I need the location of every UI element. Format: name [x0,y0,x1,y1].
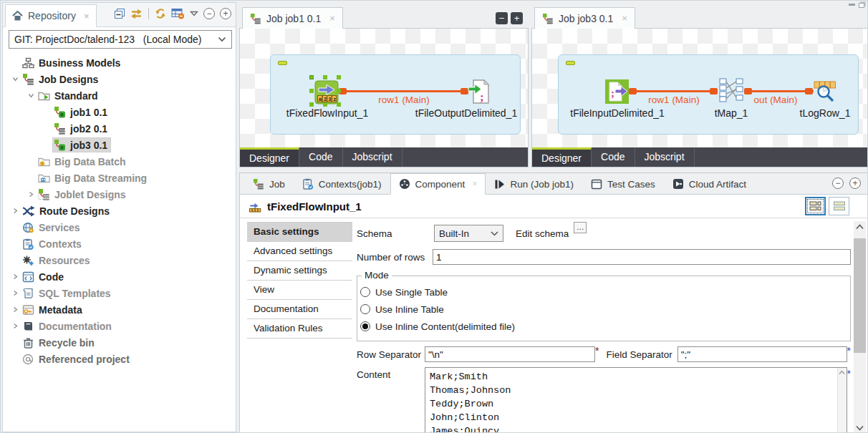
tree-item-sql-templates[interactable]: SQL Templates [3,285,235,301]
node-label[interactable]: tFileInputDelimited_1 [570,107,665,119]
scroll-up-icon[interactable] [854,224,866,230]
table-status-icon[interactable] [171,8,185,19]
menu-view[interactable]: View [247,281,352,300]
maximize-icon[interactable]: + [511,12,523,24]
tab-contexts[interactable]: Contexts(job1) [294,173,390,195]
subjob-collapse-toggle[interactable] [566,61,575,65]
minimize-icon[interactable]: − [496,12,508,24]
job3-design-canvas[interactable]: row1 (Main) out (Main) ; tFileInputDelim… [532,29,867,147]
view-tab-designer[interactable]: Designer [532,147,592,167]
tree-item-joblet-designs[interactable]: Joblet Designs [3,186,235,203]
node-tfileoutputdelimited[interactable]: ; [468,79,490,104]
tree-item-standard[interactable]: Standard [3,87,235,104]
scrollbar-thumb[interactable] [854,238,866,353]
tree-item-resources[interactable]: Resources [3,252,235,268]
chevron-right-icon[interactable] [24,191,37,198]
node-tlogrow[interactable] [814,80,836,103]
chevron-right-icon[interactable] [9,273,21,280]
connection-label[interactable]: out (Main) [754,94,798,105]
tree-item-job3[interactable]: job3 0.1 [3,137,235,153]
minimize-icon[interactable]: − [203,8,215,19]
job1-design-canvas[interactable]: row1 (Main) a23z tFixedFlowInput_1 ; tFi… [240,29,528,147]
node-label[interactable]: tMap_1 [715,107,748,119]
tree-item-big-data-streaming[interactable]: Big Data Streaming [3,170,235,186]
view-tab-jobscript[interactable]: Jobscript [343,147,402,167]
tree-item-documentation[interactable]: Documentation [3,318,235,334]
collapse-all-icon[interactable] [114,8,125,19]
sync-branches-icon[interactable] [130,9,143,19]
view-tab-designer[interactable]: Designer [240,147,299,167]
menu-basic-settings[interactable]: Basic settings [247,223,352,242]
selection-handles[interactable] [309,75,314,79]
view-menu-icon[interactable] [190,11,198,16]
tab-job-job1[interactable]: Job job1 0.1 × [242,7,343,29]
radio-icon[interactable] [360,287,370,297]
grid-layout-toggle[interactable] [805,197,826,215]
radio-use-single-table[interactable]: Use Single Table [360,283,850,301]
tree-item-referenced-project[interactable]: Referenced project [3,351,235,367]
tab-cloud-artifact[interactable]: Cloud Artifact [664,173,755,195]
tab-test-cases[interactable]: Test Cases [582,173,664,195]
edit-schema-ellipsis-button[interactable]: … [574,222,587,233]
tree-item-job1[interactable]: job1 0.1 [3,104,235,120]
tree-item-job-designs[interactable]: Job Designs [3,71,235,87]
maximize-icon[interactable]: + [220,8,231,19]
field-separator-input[interactable] [677,346,847,362]
chevron-right-icon[interactable] [9,323,21,329]
scroll-down-icon[interactable] [854,425,866,431]
radio-icon[interactable] [360,321,370,331]
chevron-down-icon[interactable] [24,92,37,99]
radio-icon[interactable] [360,304,370,314]
node-tmap[interactable] [718,77,745,103]
tab-component[interactable]: Component × [390,173,486,195]
row-separator-input[interactable] [425,346,595,362]
tab-job-job3[interactable]: Job job3 0.1 × [534,7,635,29]
tree-item-business-models[interactable]: Business Models [3,54,235,71]
close-icon[interactable]: × [329,13,335,24]
schema-select[interactable]: Built-In [434,225,503,242]
subjob-collapse-toggle[interactable] [278,61,287,65]
chevron-down-icon[interactable] [9,76,21,82]
menu-validation-rules[interactable]: Validation Rules [247,319,352,339]
node-label[interactable]: tFixedFlowInput_1 [286,107,368,119]
chevron-right-icon[interactable] [9,208,21,214]
connection-row1[interactable] [630,90,718,92]
tree-item-code[interactable]: Code [3,268,235,285]
connection-label[interactable]: row1 (Main) [648,94,699,105]
chevron-right-icon[interactable] [9,306,21,313]
refresh-icon[interactable] [155,8,166,19]
tree-item-services[interactable]: Services [3,219,235,235]
view-tab-code[interactable]: Code [592,147,635,167]
node-label[interactable]: tLogRow_1 [800,107,851,119]
tab-repository[interactable]: Repository × [5,4,97,27]
list-layout-toggle[interactable] [829,197,849,215]
content-textarea[interactable]: Mark;Smith Thomas;Johnson Teddy;Brown Jo… [425,368,847,433]
chevron-right-icon[interactable] [9,290,21,296]
menu-advanced-settings[interactable]: Advanced settings [247,242,352,261]
close-icon[interactable]: × [472,179,477,189]
connection-row1[interactable] [341,90,467,92]
minimize-icon[interactable]: − [832,177,844,189]
project-branch-selector[interactable]: GIT: ProjectDoc/talend-123 (Local Mode) [9,30,232,49]
maximize-icon[interactable]: + [849,177,861,189]
menu-dynamic-settings[interactable]: Dynamic settings [247,261,352,281]
tree-item-route-designs[interactable]: Route Designs [3,203,235,219]
tab-job[interactable]: Job [244,173,294,195]
connection-label[interactable]: row1 (Main) [378,94,429,105]
connection-out[interactable] [745,90,814,92]
node-tfileinputdelimited[interactable]: ; [605,79,630,104]
node-tfixedflowinput[interactable]: a23z [314,80,339,104]
view-tab-jobscript[interactable]: Jobscript [635,147,695,167]
minimize-icon[interactable] [849,4,855,6]
node-label[interactable]: tFileOutputDelimited_1 [415,107,517,119]
close-icon[interactable]: × [84,11,90,21]
tree-item-metadata[interactable]: Metadata [3,301,235,318]
radio-use-inline-table[interactable]: Use Inline Table [360,301,850,318]
menu-documentation[interactable]: Documentation [247,300,352,319]
vertical-scrollbar[interactable] [854,221,866,433]
content-scrollbar[interactable] [837,368,847,433]
close-icon[interactable]: × [622,13,627,24]
tree-item-recycle-bin[interactable]: Recycle bin [3,334,235,351]
restore-icon[interactable] [859,3,864,8]
tree-item-job2[interactable]: job2 0.1 [3,120,235,137]
